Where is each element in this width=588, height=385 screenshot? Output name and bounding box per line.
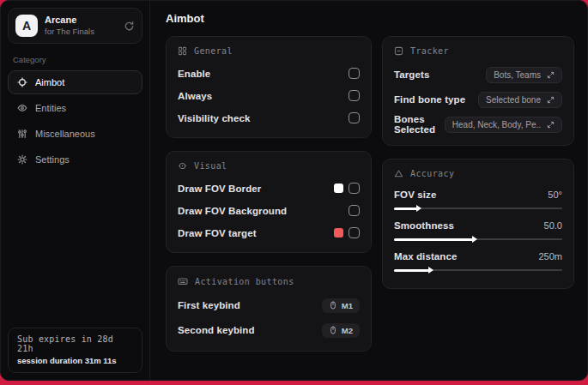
slider-value: 50° xyxy=(548,189,562,200)
draw-fov-background-checkbox[interactable] xyxy=(349,205,360,216)
refresh-icon[interactable] xyxy=(124,21,135,32)
keybind-value: M1 xyxy=(342,301,353,310)
setting-label: Visibility check xyxy=(178,113,251,123)
setting-row: Find bone type Selected bone xyxy=(394,88,562,111)
setting-row: Enable xyxy=(178,63,360,83)
sidebar-item-settings[interactable]: Settings xyxy=(8,147,142,171)
general-card: General Enable Always Visibility check xyxy=(166,36,372,138)
enable-checkbox[interactable] xyxy=(349,68,360,79)
mouse-icon xyxy=(329,301,337,310)
visual-card: Visual Draw FOV Border Draw FOV Backgrou… xyxy=(166,151,372,253)
slider-thumb[interactable] xyxy=(394,269,429,272)
dropdown-value: Selected bone xyxy=(486,95,541,105)
expand-icon xyxy=(547,71,555,79)
setting-label: Draw FOV Background xyxy=(178,206,287,216)
setting-label: Max distance xyxy=(394,251,457,262)
targets-dropdown[interactable]: Bots, Teams xyxy=(486,67,562,83)
setting-label: Second keybind xyxy=(178,325,255,335)
category-label: Category xyxy=(13,55,137,64)
second-keybind-button[interactable]: M2 xyxy=(322,323,360,338)
crosshair-icon xyxy=(17,77,27,87)
dropdown-value: Head, Neck, Body, Pe.. xyxy=(452,120,541,129)
keybind-value: M2 xyxy=(342,326,353,335)
card-title: Tracker xyxy=(410,46,449,56)
fov-border-color-swatch[interactable] xyxy=(334,183,343,193)
slider-thumb[interactable] xyxy=(394,208,417,210)
sidebar-nav: Aimbot Entities Miscellaneous xyxy=(8,70,142,171)
setting-label: Find bone type xyxy=(394,94,465,105)
card-title: Accuracy xyxy=(410,169,454,178)
slider-thumb[interactable] xyxy=(394,238,473,241)
card-title: General xyxy=(194,46,233,56)
setting-row: Targets Bots, Teams xyxy=(394,63,562,86)
setting-label: Targets xyxy=(394,69,429,80)
setting-row: Bones Selected Head, Neck, Body, Pe.. xyxy=(394,113,562,135)
sidebar-item-miscellaneous[interactable]: Miscellaneous xyxy=(8,122,142,146)
brand-card: A Arcane for The Finals xyxy=(8,8,142,44)
setting-row: Draw FOV target xyxy=(178,223,360,243)
card-title: Activation buttons xyxy=(195,277,294,286)
setting-label: FOV size xyxy=(394,189,436,200)
keyboard-icon xyxy=(178,276,188,286)
draw-fov-border-checkbox[interactable] xyxy=(349,183,360,194)
slider-value: 250m xyxy=(538,251,562,262)
slider-row: Smoothness 50.0 xyxy=(394,217,562,244)
sub-expiry-text: Sub expires in 28d 21h xyxy=(17,334,133,353)
slider-row: Max distance 250m xyxy=(394,248,562,275)
page-title: Aimbot xyxy=(166,12,574,25)
first-keybind-button[interactable]: M1 xyxy=(322,298,360,313)
max-distance-slider[interactable] xyxy=(394,265,562,275)
always-checkbox[interactable] xyxy=(349,90,360,101)
subscription-info-card: Sub expires in 28d 21h session duration … xyxy=(8,328,142,373)
eye-icon xyxy=(17,103,27,113)
brand-subtitle: for The Finals xyxy=(45,27,117,37)
fov-size-slider[interactable] xyxy=(394,203,562,214)
target-box-icon xyxy=(394,46,403,56)
sidebar-item-entities[interactable]: Entities xyxy=(8,96,142,120)
gear-icon xyxy=(17,154,27,165)
focus-icon xyxy=(178,161,187,171)
slider-row: FOV size 50° xyxy=(394,186,562,214)
dropdown-value: Bots, Teams xyxy=(494,70,541,80)
setting-label: Enable xyxy=(178,69,210,79)
setting-label: Bones Selected xyxy=(394,114,445,135)
visibility-check-checkbox[interactable] xyxy=(349,112,360,123)
sidebar-item-label: Miscellaneous xyxy=(35,129,95,139)
fov-target-color-swatch[interactable] xyxy=(334,228,343,238)
setting-row: Draw FOV Background xyxy=(178,201,360,220)
setting-label: Always xyxy=(178,91,212,101)
expand-icon xyxy=(547,121,555,129)
tracker-card: Tracker Targets Bots, Teams xyxy=(382,36,574,146)
sliders-icon xyxy=(17,129,27,139)
setting-row: Always xyxy=(178,86,360,105)
setting-row: Visibility check xyxy=(178,108,360,128)
expand-icon xyxy=(547,96,555,104)
activation-buttons-card: Activation buttons First keybind M1 xyxy=(166,266,372,352)
app-window: A Arcane for The Finals Category Aimbot xyxy=(0,0,588,381)
setting-row: Second keybind M2 xyxy=(178,319,360,341)
main-content: Aimbot General Enable xyxy=(150,1,587,380)
brand-logo: A xyxy=(15,15,38,37)
accuracy-card: Accuracy FOV size 50° xyxy=(382,159,574,289)
setting-label: Smoothness xyxy=(394,220,454,231)
find-bone-type-dropdown[interactable]: Selected bone xyxy=(478,92,562,108)
smoothness-slider[interactable] xyxy=(394,234,562,244)
setting-label: Draw FOV target xyxy=(178,228,257,238)
grid-icon xyxy=(178,46,187,56)
brand-name: Arcane xyxy=(45,15,117,27)
bones-selected-dropdown[interactable]: Head, Neck, Body, Pe.. xyxy=(445,117,562,133)
sidebar-item-label: Settings xyxy=(35,154,70,165)
card-title: Visual xyxy=(194,161,227,171)
setting-label: First keybind xyxy=(178,300,240,310)
triangle-icon xyxy=(394,169,403,178)
setting-label: Draw FOV Border xyxy=(178,183,261,194)
sidebar: A Arcane for The Finals Category Aimbot xyxy=(1,1,150,380)
sidebar-item-label: Aimbot xyxy=(35,77,64,87)
setting-row: First keybind M1 xyxy=(178,294,360,316)
draw-fov-target-checkbox[interactable] xyxy=(349,227,360,238)
session-duration-text: session duration 31m 11s xyxy=(17,356,133,365)
mouse-icon xyxy=(329,326,337,334)
slider-value: 50.0 xyxy=(544,220,562,231)
sidebar-item-aimbot[interactable]: Aimbot xyxy=(8,70,142,94)
sidebar-item-label: Entities xyxy=(35,103,66,113)
